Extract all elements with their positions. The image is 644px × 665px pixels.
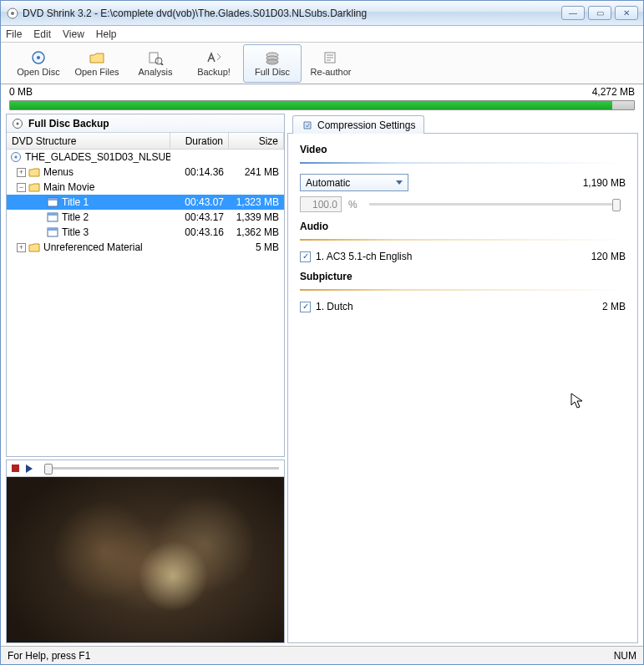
open-files-button[interactable]: Open Files	[68, 44, 126, 83]
svg-point-1	[11, 12, 14, 15]
svg-rect-21	[48, 213, 58, 216]
stop-button[interactable]	[12, 464, 19, 472]
svg-rect-19	[48, 198, 58, 201]
col-size[interactable]: Size	[229, 133, 284, 149]
menu-help[interactable]: Help	[96, 28, 117, 40]
status-num: NUM	[614, 650, 636, 662]
subpicture-label: 1. Dutch	[316, 301, 353, 312]
capacity-bar	[9, 100, 635, 110]
collapse-icon[interactable]: −	[17, 183, 26, 192]
col-structure[interactable]: DVD Structure	[7, 133, 170, 149]
checkbox-checked-icon[interactable]: ✓	[300, 251, 311, 262]
folder-icon	[28, 242, 40, 252]
svg-rect-23	[48, 228, 58, 231]
app-icon	[6, 7, 19, 20]
disc-icon	[10, 151, 22, 163]
subpicture-size: 2 MB	[559, 301, 626, 312]
svg-point-15	[17, 122, 19, 124]
title-icon	[47, 197, 58, 207]
svg-point-9	[266, 59, 278, 64]
expand-icon[interactable]: +	[17, 168, 26, 177]
full-disc-icon	[264, 50, 281, 65]
tree-row-unref[interactable]: + Unreferenced Material 5 MB	[7, 240, 284, 255]
tree-row-title1[interactable]: Title 1 00:43.07 1,323 MB	[7, 195, 284, 210]
preview-panel	[6, 459, 285, 643]
statusbar: For Help, press F1 NUM	[1, 646, 643, 664]
svg-point-3	[37, 56, 40, 59]
svg-point-17	[15, 156, 18, 159]
tab-compression-settings[interactable]: Compression Settings	[292, 115, 424, 134]
menubar: File Edit View Help	[1, 26, 643, 43]
tree-row-root[interactable]: THE_GLADES_S01D03_NLSUBS	[7, 150, 284, 165]
video-heading: Video	[300, 144, 626, 155]
reauthor-button[interactable]: Re-author	[302, 44, 360, 83]
svg-line-6	[161, 63, 163, 65]
full-disc-button[interactable]: Full Disc	[243, 44, 302, 83]
size-right: 4,272 MB	[592, 86, 635, 98]
tree-row-title2[interactable]: Title 2 00:43.17 1,339 MB	[7, 210, 284, 225]
status-help: For Help, press F1	[8, 650, 90, 662]
tree-row-title3[interactable]: Title 3 00:43.16 1,362 MB	[7, 225, 284, 240]
disc-icon	[12, 118, 23, 129]
compression-mode-select[interactable]: Automatic	[300, 174, 408, 191]
backup-button[interactable]: Backup!	[185, 44, 243, 83]
audio-track-row[interactable]: ✓ 1. AC3 5.1-ch English 120 MB	[300, 251, 626, 262]
open-disc-button[interactable]: Open Disc	[9, 44, 68, 83]
backup-icon	[205, 50, 222, 65]
tree-header: DVD Structure Duration Size	[7, 133, 284, 150]
video-preview	[7, 477, 284, 642]
svg-rect-4	[150, 53, 158, 63]
tree[interactable]: THE_GLADES_S01D03_NLSUBS + Menus 00:14.3…	[7, 150, 284, 255]
chevron-down-icon	[396, 180, 403, 185]
analysis-button[interactable]: Analysis	[126, 44, 185, 83]
expand-icon[interactable]: +	[17, 243, 26, 252]
menu-view[interactable]: View	[63, 28, 84, 40]
col-duration[interactable]: Duration	[170, 133, 229, 149]
disc-icon	[30, 50, 47, 65]
checkbox-checked-icon[interactable]: ✓	[300, 302, 311, 312]
audio-size: 120 MB	[559, 251, 626, 262]
toolbar: Open Disc Open Files Analysis Backup! Fu…	[1, 43, 643, 84]
play-button[interactable]	[26, 464, 33, 473]
folder-icon	[28, 167, 40, 177]
audio-heading: Audio	[300, 221, 626, 232]
subpicture-heading: Subpicture	[300, 271, 626, 282]
analysis-icon	[147, 50, 164, 65]
panel-title: Full Disc Backup	[28, 118, 109, 129]
video-size: 1,190 MB	[559, 177, 626, 189]
subpicture-row[interactable]: ✓ 1. Dutch 2 MB	[300, 301, 626, 312]
compression-pct: 100.0	[300, 196, 342, 212]
size-left: 0 MB	[9, 86, 33, 98]
compression-slider[interactable]	[369, 203, 621, 206]
tree-row-mainmovie[interactable]: − Main Movie	[7, 180, 284, 195]
structure-panel: Full Disc Backup DVD Structure Duration …	[6, 114, 285, 457]
reauthor-icon	[322, 50, 339, 65]
folder-icon	[28, 182, 40, 192]
window-title: DVD Shrink 3.2 - E:\complete dvd(vob)\Th…	[23, 8, 367, 19]
title-icon	[47, 212, 58, 222]
preview-slider[interactable]	[44, 467, 279, 470]
compression-icon	[302, 119, 313, 131]
settings-panel: Video Automatic 1,190 MB 100.0 % Audio ✓…	[287, 133, 638, 643]
title-icon	[47, 227, 58, 237]
tree-row-menus[interactable]: + Menus 00:14.36 241 MB	[7, 165, 284, 180]
maximize-button[interactable]: ▭	[588, 6, 611, 20]
folder-open-icon	[89, 50, 105, 65]
size-bar-labels: 0 MB 4,272 MB	[1, 84, 643, 99]
close-button[interactable]: ✕	[615, 6, 638, 20]
menu-edit[interactable]: Edit	[33, 28, 51, 40]
titlebar[interactable]: DVD Shrink 3.2 - E:\complete dvd(vob)\Th…	[1, 1, 643, 26]
minimize-button[interactable]: —	[561, 6, 585, 20]
audio-track-label: 1. AC3 5.1-ch English	[316, 251, 412, 262]
menu-file[interactable]: File	[6, 28, 22, 40]
